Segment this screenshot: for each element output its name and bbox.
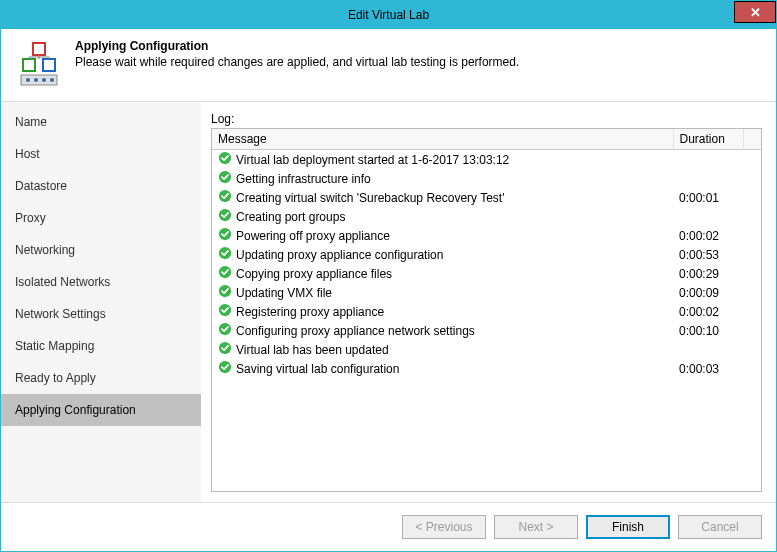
close-icon: ✕ bbox=[750, 5, 761, 20]
log-message-text: Updating proxy appliance configuration bbox=[236, 248, 443, 262]
col-message[interactable]: Message bbox=[212, 129, 673, 150]
log-message-cell: Registering proxy appliance bbox=[212, 302, 673, 321]
success-icon bbox=[218, 265, 232, 282]
col-duration[interactable]: Duration bbox=[673, 129, 743, 150]
page-title: Applying Configuration bbox=[75, 39, 519, 53]
col-spacer bbox=[743, 129, 761, 150]
sidebar-item-datastore[interactable]: Datastore bbox=[1, 170, 201, 202]
log-row[interactable]: Creating virtual switch 'Surebackup Reco… bbox=[212, 188, 761, 207]
next-button: Next > bbox=[494, 515, 578, 539]
svg-rect-0 bbox=[33, 43, 45, 55]
log-spacer-cell bbox=[743, 150, 761, 170]
success-icon bbox=[218, 227, 232, 244]
sidebar-item-host[interactable]: Host bbox=[1, 138, 201, 170]
log-duration-cell: 0:00:29 bbox=[673, 264, 743, 283]
log-message-text: Getting infrastructure info bbox=[236, 172, 371, 186]
sidebar-item-label: Proxy bbox=[15, 211, 46, 225]
log-row[interactable]: Updating VMX file0:00:09 bbox=[212, 283, 761, 302]
log-message-cell: Powering off proxy appliance bbox=[212, 226, 673, 245]
svg-point-9 bbox=[34, 78, 38, 82]
log-message-text: Virtual lab has been updated bbox=[236, 343, 389, 357]
log-header-row: Message Duration bbox=[212, 129, 761, 150]
success-icon bbox=[218, 322, 232, 339]
log-row[interactable]: Saving virtual lab configuration0:00:03 bbox=[212, 359, 761, 378]
finish-button[interactable]: Finish bbox=[586, 515, 670, 539]
log-table-container[interactable]: Message Duration Virtual lab deployment … bbox=[211, 128, 762, 492]
sidebar-item-label: Datastore bbox=[15, 179, 67, 193]
log-duration-cell: 0:00:02 bbox=[673, 302, 743, 321]
log-message-text: Saving virtual lab configuration bbox=[236, 362, 399, 376]
log-message-text: Powering off proxy appliance bbox=[236, 229, 390, 243]
dialog-window: Edit Virtual Lab ✕ Applying Config bbox=[0, 0, 777, 552]
success-icon bbox=[218, 284, 232, 301]
log-spacer-cell bbox=[743, 169, 761, 188]
log-message-text: Registering proxy appliance bbox=[236, 305, 384, 319]
log-row[interactable]: Copying proxy appliance files0:00:29 bbox=[212, 264, 761, 283]
log-message-text: Virtual lab deployment started at 1-6-20… bbox=[236, 153, 509, 167]
log-spacer-cell bbox=[743, 264, 761, 283]
sidebar-item-proxy[interactable]: Proxy bbox=[1, 202, 201, 234]
log-message-cell: Creating virtual switch 'Surebackup Reco… bbox=[212, 188, 673, 207]
content-area: NameHostDatastoreProxyNetworkingIsolated… bbox=[1, 101, 776, 502]
main-panel: Log: Message Duration Virtual lab deploy… bbox=[201, 102, 776, 502]
log-row[interactable]: Creating port groups bbox=[212, 207, 761, 226]
success-icon bbox=[218, 303, 232, 320]
log-message-cell: Creating port groups bbox=[212, 207, 673, 226]
log-row[interactable]: Getting infrastructure info bbox=[212, 169, 761, 188]
log-spacer-cell bbox=[743, 359, 761, 378]
log-spacer-cell bbox=[743, 226, 761, 245]
log-row[interactable]: Registering proxy appliance0:00:02 bbox=[212, 302, 761, 321]
log-duration-cell bbox=[673, 169, 743, 188]
log-message-cell: Copying proxy appliance files bbox=[212, 264, 673, 283]
success-icon bbox=[218, 151, 232, 168]
sidebar-item-label: Networking bbox=[15, 243, 75, 257]
log-message-cell: Virtual lab has been updated bbox=[212, 340, 673, 359]
log-duration-cell: 0:00:03 bbox=[673, 359, 743, 378]
log-spacer-cell bbox=[743, 340, 761, 359]
success-icon bbox=[218, 189, 232, 206]
log-duration-cell: 0:00:10 bbox=[673, 321, 743, 340]
log-row[interactable]: Virtual lab deployment started at 1-6-20… bbox=[212, 150, 761, 170]
sidebar-item-networking[interactable]: Networking bbox=[1, 234, 201, 266]
sidebar-item-applying-configuration[interactable]: Applying Configuration bbox=[1, 394, 201, 426]
log-label: Log: bbox=[211, 112, 762, 126]
close-button[interactable]: ✕ bbox=[734, 1, 776, 23]
log-spacer-cell bbox=[743, 245, 761, 264]
success-icon bbox=[218, 246, 232, 263]
sidebar-item-label: Isolated Networks bbox=[15, 275, 110, 289]
log-row[interactable]: Updating proxy appliance configuration0:… bbox=[212, 245, 761, 264]
log-message-cell: Virtual lab deployment started at 1-6-20… bbox=[212, 150, 673, 169]
log-row[interactable]: Powering off proxy appliance0:00:02 bbox=[212, 226, 761, 245]
log-row[interactable]: Configuring proxy appliance network sett… bbox=[212, 321, 761, 340]
log-message-text: Updating VMX file bbox=[236, 286, 332, 300]
log-row[interactable]: Virtual lab has been updated bbox=[212, 340, 761, 359]
log-duration-cell bbox=[673, 150, 743, 170]
sidebar-item-label: Applying Configuration bbox=[15, 403, 136, 417]
log-duration-cell: 0:00:09 bbox=[673, 283, 743, 302]
titlebar: Edit Virtual Lab ✕ bbox=[1, 1, 776, 29]
log-spacer-cell bbox=[743, 207, 761, 226]
svg-point-10 bbox=[42, 78, 46, 82]
success-icon bbox=[218, 360, 232, 377]
log-message-cell: Updating VMX file bbox=[212, 283, 673, 302]
svg-point-8 bbox=[26, 78, 30, 82]
sidebar-item-label: Ready to Apply bbox=[15, 371, 96, 385]
sidebar-item-label: Network Settings bbox=[15, 307, 106, 321]
svg-point-11 bbox=[50, 78, 54, 82]
window-title: Edit Virtual Lab bbox=[348, 8, 429, 22]
log-duration-cell: 0:00:01 bbox=[673, 188, 743, 207]
log-spacer-cell bbox=[743, 321, 761, 340]
svg-rect-1 bbox=[23, 59, 35, 71]
sidebar-item-static-mapping[interactable]: Static Mapping bbox=[1, 330, 201, 362]
previous-button: < Previous bbox=[402, 515, 486, 539]
sidebar-item-ready-to-apply[interactable]: Ready to Apply bbox=[1, 362, 201, 394]
sidebar-item-isolated-networks[interactable]: Isolated Networks bbox=[1, 266, 201, 298]
sidebar-item-network-settings[interactable]: Network Settings bbox=[1, 298, 201, 330]
log-message-text: Creating port groups bbox=[236, 210, 345, 224]
log-message-cell: Updating proxy appliance configuration bbox=[212, 245, 673, 264]
sidebar-item-name[interactable]: Name bbox=[1, 106, 201, 138]
log-table: Message Duration Virtual lab deployment … bbox=[212, 129, 761, 378]
log-spacer-cell bbox=[743, 302, 761, 321]
svg-rect-2 bbox=[43, 59, 55, 71]
log-spacer-cell bbox=[743, 283, 761, 302]
